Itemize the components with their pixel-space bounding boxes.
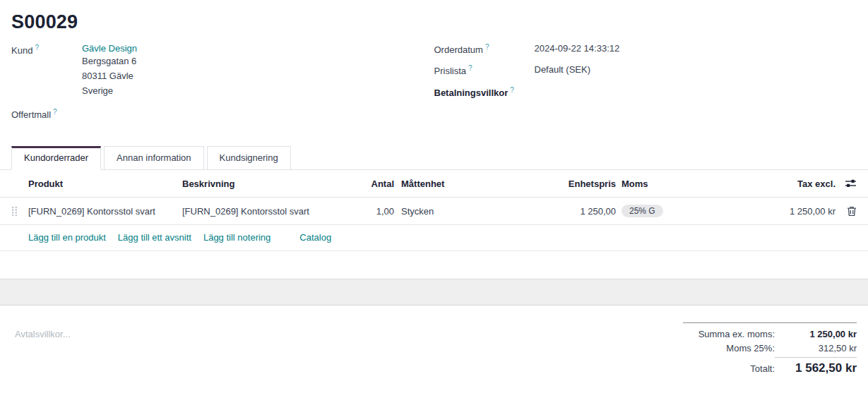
customer-country: Sverige: [82, 83, 420, 98]
customer-link[interactable]: Gävle Design: [82, 43, 137, 54]
tax-badge[interactable]: 25% G: [622, 205, 663, 217]
tab-kundsignering[interactable]: Kundsignering: [207, 146, 291, 170]
help-icon[interactable]: ?: [53, 108, 57, 116]
betalningsvillkor-input[interactable]: [535, 86, 857, 98]
tax-value: 312,50 kr: [775, 343, 857, 353]
terms-input[interactable]: Avtalsvillkor...: [15, 322, 227, 379]
field-betalningsvillkor: Betalningsvillkor?: [434, 86, 857, 98]
orderdatum-label: Orderdatum: [434, 44, 483, 55]
totals-block: Summa ex. moms: 1 250,00 kr Moms 25%: 31…: [683, 322, 857, 379]
catalog-link[interactable]: Catalog: [299, 232, 331, 243]
untaxed-label: Summa ex. moms:: [698, 329, 775, 339]
customer-street: Bergsgatan 6: [82, 54, 420, 68]
section-separator: [0, 279, 868, 306]
col-antal: Antal: [332, 179, 394, 189]
col-beskrivning: Beskrivning: [182, 179, 332, 189]
cell-uom[interactable]: Stycken: [394, 206, 493, 217]
betalningsvillkor-label: Betalningsvillkor: [434, 87, 509, 98]
drag-handle-icon[interactable]: [11, 206, 28, 217]
col-tax-excl: Tax excl.: [735, 179, 836, 189]
kund-label: Kund: [11, 45, 32, 56]
help-icon[interactable]: ?: [510, 86, 514, 94]
col-mattenhet: Måttenhet: [394, 179, 493, 189]
field-group: Kund? Gävle Design Bergsgatan 6 80311 Gä…: [0, 40, 868, 127]
total-value: 1 562,50 kr: [775, 357, 857, 375]
col-enhetspris: Enhetspris: [493, 179, 616, 189]
col-moms: Moms: [616, 179, 735, 189]
table-footer-links: Lägg till en produkt Lägg till ett avsni…: [0, 225, 868, 251]
field-offertmall: Offertmall?: [11, 107, 420, 120]
sale-order-form: S00029 Kund? Gävle Design Bergsgatan 6 8…: [0, 0, 868, 405]
orderdatum-value[interactable]: 2024-09-22 14:33:12: [535, 43, 857, 55]
customer-city: 80311 Gävle: [82, 68, 420, 83]
untaxed-value: 1 250,00 kr: [775, 329, 857, 339]
cell-subtotal: 1 250,00 kr: [735, 206, 836, 217]
notebook-tabs: Kundorderrader Annan information Kundsig…: [0, 146, 868, 170]
field-orderdatum: Orderdatum? 2024-09-22 14:33:12: [434, 43, 857, 55]
optional-columns-icon[interactable]: [836, 178, 857, 189]
prislista-value[interactable]: Default (SEK): [535, 64, 857, 76]
add-section-link[interactable]: Lägg till ett avsnitt: [118, 232, 191, 243]
offertmall-label: Offertmall: [11, 109, 51, 120]
cell-description[interactable]: [FURN_0269] Kontorsstol svart: [182, 206, 332, 217]
total-label: Totalt:: [750, 363, 775, 374]
offertmall-input[interactable]: [82, 107, 420, 120]
field-kund: Kund? Gävle Design Bergsgatan 6 80311 Gä…: [11, 43, 420, 98]
cell-product[interactable]: [FURN_0269] Kontorsstol svart: [28, 206, 182, 217]
delete-row-icon[interactable]: [836, 206, 857, 217]
help-icon[interactable]: ?: [468, 64, 472, 72]
add-product-link[interactable]: Lägg till en produkt: [28, 232, 106, 243]
tab-annan-information[interactable]: Annan information: [104, 146, 204, 170]
cell-qty[interactable]: 1,00: [332, 206, 394, 217]
prislista-label: Prislista: [434, 66, 467, 77]
help-icon[interactable]: ?: [35, 44, 39, 52]
order-footer: Avtalsvillkor... Summa ex. moms: 1 250,0…: [0, 306, 868, 379]
cell-unit-price[interactable]: 1 250,00: [493, 206, 616, 217]
order-lines-table: Produkt Beskrivning Antal Måttenhet Enhe…: [0, 170, 868, 251]
table-header-row: Produkt Beskrivning Antal Måttenhet Enhe…: [0, 170, 868, 198]
add-note-link[interactable]: Lägg till notering: [203, 232, 270, 243]
table-row: [FURN_0269] Kontorsstol svart [FURN_0269…: [0, 198, 868, 225]
field-prislista: Prislista? Default (SEK): [434, 64, 857, 76]
col-produkt: Produkt: [28, 179, 182, 189]
page-title: S00029: [0, 0, 868, 40]
tax-label: Moms 25%:: [726, 343, 775, 353]
tab-kundorderrader[interactable]: Kundorderrader: [11, 146, 101, 170]
help-icon[interactable]: ?: [485, 43, 489, 51]
